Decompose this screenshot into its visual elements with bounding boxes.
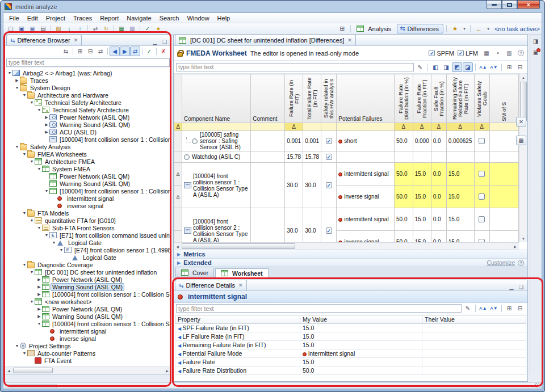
expanded-arrow-icon[interactable]: ▼: [29, 218, 35, 222]
tab-worksheet[interactable]: Worksheet: [215, 268, 269, 278]
tree-item[interactable]: ▼[E74] front collision sensor 1 (1.49988…: [5, 246, 171, 254]
tree-item[interactable]: ▼[100004] front collision sensor 1 : Col…: [5, 320, 171, 327]
browser-hscrollbar[interactable]: ◀ ▶: [5, 366, 171, 374]
extended-section-header[interactable]: ▶ Extended Customize ?: [174, 258, 527, 267]
tree-item[interactable]: Warning Sound (ASIL QM): [5, 180, 171, 187]
column-header[interactable]: Failure Rate (in FIT): [285, 74, 303, 123]
tree-item[interactable]: ▶Warning Sound (ASIL QM): [5, 283, 171, 290]
view-first-icon[interactable]: ◧: [430, 62, 441, 72]
property-cell[interactable]: ◀ Remaining Failure Rate (in FIT): [175, 341, 300, 349]
titlebar[interactable]: medini analyze: [1, 1, 544, 12]
expanded-arrow-icon[interactable]: ▼: [51, 241, 57, 245]
safety-related-cell[interactable]: ✓: [321, 151, 337, 163]
details-row[interactable]: ◀ Failure Rate15.0: [175, 358, 526, 366]
column-header[interactable]: Comment: [251, 74, 285, 123]
safe-fault-fraction-cell[interactable]: [431, 151, 446, 163]
edit-icon[interactable]: ✎: [463, 304, 473, 313]
details-filter-input[interactable]: [176, 304, 462, 313]
menu-traces[interactable]: Traces: [69, 14, 96, 23]
font-decrease-icon[interactable]: A▼: [489, 62, 499, 72]
check-model-icon[interactable]: ✓: [142, 24, 153, 33]
failure-rate-distribution-cell[interactable]: 50.0: [395, 186, 413, 208]
delta-column-header[interactable]: [174, 74, 182, 123]
tree-item[interactable]: Logical Gate: [5, 254, 171, 261]
perspective-differences[interactable]: ⇆ Differences: [397, 24, 443, 33]
my-value-cell[interactable]: 15.0: [300, 341, 422, 349]
tree-item[interactable]: ▼Sub-FTA Front Sensors: [5, 224, 171, 231]
tree-item[interactable]: ▼Diagnostic Coverage: [5, 261, 171, 268]
expanded-arrow-icon[interactable]: ▼: [22, 152, 27, 156]
help-icon[interactable]: ?: [518, 50, 524, 56]
potential-failure-cell[interactable]: inverse signal: [337, 186, 395, 208]
failure-rate-fraction-cell[interactable]: 15.0: [413, 163, 431, 186]
comment-cell[interactable]: [251, 131, 285, 151]
failure-rate-distribution-cell[interactable]: 50.0: [395, 208, 413, 231]
collapsed-arrow-icon[interactable]: ▶: [36, 292, 42, 297]
details-column-header[interactable]: Property: [175, 315, 300, 324]
grid-config-button[interactable]: ▦: [516, 136, 526, 145]
failure-rate-fraction-cell[interactable]: 0.000: [413, 131, 431, 151]
potential-failure-cell[interactable]: intermittent signal: [337, 208, 395, 231]
failure-rate-fraction-cell[interactable]: 15.0: [413, 231, 431, 243]
column-header[interactable]: Violates Safety Goals: [474, 74, 489, 123]
their-value-cell[interactable]: [422, 366, 526, 375]
menu-file[interactable]: File: [5, 14, 23, 23]
component-name-cell[interactable]: [100004] front collision sensor 1 : Coll…: [182, 163, 250, 208]
collapse-all-icon[interactable]: ⊟: [515, 62, 525, 72]
worksheet-row[interactable]: Δ[100004] front collision sensor 1 : Col…: [174, 163, 519, 186]
safe-fault-fraction-cell[interactable]: 0.0: [431, 186, 446, 208]
their-value-cell[interactable]: [422, 341, 526, 349]
close-tab-icon[interactable]: ✕: [74, 37, 78, 43]
expanded-arrow-icon[interactable]: ▼: [44, 233, 49, 237]
maximize-view-icon[interactable]: ❏: [161, 38, 169, 45]
column-config-dropdown-icon[interactable]: ▾: [495, 48, 501, 58]
metrics-section-header[interactable]: ▶ Metrics: [174, 250, 527, 258]
expanded-arrow-icon[interactable]: ▼: [29, 270, 35, 274]
tab-dc-sheet[interactable]: [DC 001] DC sheet for unintended inflati…: [175, 35, 356, 45]
table-view-icon[interactable]: ▥: [504, 48, 514, 58]
collapse-all-icon[interactable]: ⊟: [85, 47, 95, 56]
details-column-header[interactable]: My Value: [300, 315, 422, 324]
component-name-cell[interactable]: Watchdog (ASIL C): [182, 151, 250, 163]
worksheet-row[interactable]: [100005] safing sensor : Safing Sensor (…: [174, 131, 519, 151]
tab-cover[interactable]: Cover: [175, 268, 214, 278]
worksheet-vscrollbar[interactable]: ▲ ▼: [519, 74, 527, 242]
customize-link[interactable]: Customize: [487, 259, 515, 266]
property-cell[interactable]: ◀ Failure Rate Distribution: [175, 366, 300, 375]
expanded-arrow-icon[interactable]: ▼: [14, 145, 20, 149]
new-project-icon[interactable]: ▧: [53, 24, 64, 33]
remaining-failure-rate-cell[interactable]: [446, 151, 474, 163]
remaining-failure-rate-cell[interactable]: 15.0: [446, 208, 474, 231]
safe-fault-fraction-cell[interactable]: 0.0: [431, 163, 446, 186]
tree-item[interactable]: ▶Warning Sound (ASIL QM): [5, 313, 171, 320]
tree-item[interactable]: inverse signal: [5, 335, 171, 342]
wizard-icon[interactable]: ★: [450, 24, 460, 33]
collapsed-arrow-icon[interactable]: ▶: [36, 277, 42, 282]
tree-item[interactable]: ▼[E71] front collision command issued un…: [5, 231, 171, 239]
safe-fault-fraction-cell[interactable]: 0.0: [431, 131, 446, 151]
tree-item[interactable]: ▶Traces: [5, 77, 171, 84]
tree-item[interactable]: ▶Power Network (ASIL QM): [5, 305, 171, 313]
their-value-cell[interactable]: [422, 358, 526, 366]
column-header[interactable]: Failure Rate Fraction (in FIT): [413, 74, 431, 123]
menu-navigate[interactable]: Navigate: [123, 14, 155, 23]
save-icon[interactable]: ▣: [16, 24, 27, 33]
column-header[interactable]: Remaining Safety Related Failure Rate (i…: [446, 74, 474, 123]
collapsed-arrow-icon[interactable]: ▶: [44, 123, 49, 127]
sm-cell[interactable]: [489, 186, 518, 208]
component-name-cell[interactable]: [100004] front collision sensor 2 : Coll…: [182, 208, 250, 243]
failure-rate-fraction-cell[interactable]: 15.0: [413, 208, 431, 231]
checkbox-icon[interactable]: [479, 138, 485, 144]
expanded-arrow-icon[interactable]: ▼: [44, 189, 49, 193]
menu-report[interactable]: Report: [96, 14, 123, 23]
tree-item[interactable]: ▼quantitative FTA for [G010]: [5, 217, 171, 224]
expanded-arrow-icon[interactable]: ▼: [22, 263, 27, 267]
comment-cell[interactable]: [251, 208, 285, 243]
maximize-view-icon[interactable]: ❏: [517, 283, 525, 290]
accept-all-icon[interactable]: ✓: [144, 47, 154, 56]
maximize-button[interactable]: [502, 1, 517, 9]
tree-item[interactable]: ▼Technical Safety Architecture: [5, 106, 171, 113]
help-icon[interactable]: ?: [518, 260, 524, 266]
details-column-header[interactable]: Their Value: [422, 315, 526, 324]
resize-grip-icon[interactable]: [535, 383, 541, 388]
